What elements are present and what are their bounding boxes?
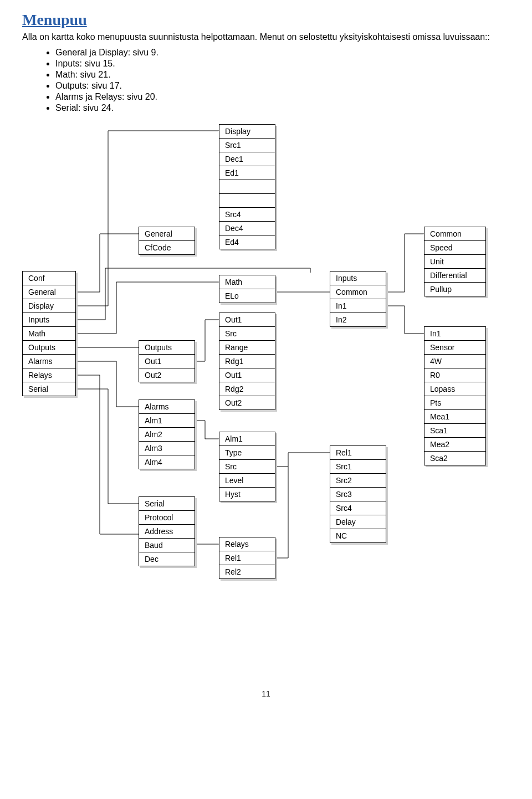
box-item: Src — [219, 327, 275, 341]
box-item: Dec1 — [219, 152, 275, 166]
box-title: Conf — [23, 272, 75, 285]
box-item: Relays — [23, 368, 75, 382]
box-item: Range — [219, 341, 275, 355]
box-item: Out1 — [139, 355, 195, 368]
box-item: Ed1 — [219, 166, 275, 180]
box-title: Common — [424, 227, 485, 241]
box-title: Alarms — [139, 400, 195, 414]
box-item: 4W — [424, 355, 485, 368]
bullet-item: General ja Display: sivu 9. — [55, 48, 510, 58]
box-item: Math — [23, 327, 75, 341]
box-item: Serial — [23, 382, 75, 396]
bullet-list: General ja Display: sivu 9. Inputs: sivu… — [22, 48, 510, 113]
box-title: Math — [219, 275, 275, 289]
box-item: Src1 — [219, 139, 275, 152]
box-title: Display — [219, 125, 275, 139]
box-item: Src4 — [219, 208, 275, 222]
box-general: General CfCode — [139, 227, 195, 255]
box-item: Pts — [424, 396, 485, 410]
box-item: Alm2 — [139, 428, 195, 442]
box-item: Address — [139, 525, 195, 539]
bullet-item: Serial: sivu 24. — [55, 103, 510, 113]
box-rel1: Rel1 Src1 Src2 Src3 Src4 Delay NC — [330, 445, 386, 543]
box-item: Differential — [424, 269, 485, 283]
bullet-item: Inputs: sivu 15. — [55, 59, 510, 69]
box-item: Rel1 — [219, 551, 275, 565]
box-inputs: Inputs Common In1 In2 — [330, 271, 386, 327]
box-title: Serial — [139, 497, 195, 511]
box-title: Outputs — [139, 341, 195, 355]
box-title: Alm1 — [219, 432, 275, 446]
box-item: Sensor — [424, 341, 485, 355]
bullet-item: Outputs: sivu 17. — [55, 81, 510, 91]
box-item: Pullup — [424, 283, 485, 296]
box-item: Baud — [139, 539, 195, 552]
box-serial: Serial Protocol Address Baud Dec — [139, 496, 195, 566]
box-title: In1 — [424, 327, 485, 341]
box-item: Ed4 — [219, 235, 275, 249]
box-item: Src1 — [330, 460, 386, 474]
box-item: Common — [330, 285, 386, 299]
box-item: Lopass — [424, 382, 485, 396]
box-item: Display — [23, 299, 75, 313]
box-outputs: Outputs Out1 Out2 — [139, 340, 195, 382]
box-item: General — [23, 285, 75, 299]
box-common: Common Speed Unit Differential Pullup — [424, 227, 486, 296]
box-title: Rel1 — [330, 446, 386, 460]
box-item: Rdg2 — [219, 382, 275, 396]
box-item: Dec4 — [219, 222, 275, 235]
box-item: Alm4 — [139, 455, 195, 469]
page-heading: Menupuu — [22, 11, 510, 29]
bullet-item: Alarms ja Relays: sivu 20. — [55, 92, 510, 102]
box-item: In2 — [330, 313, 386, 326]
box-item: Level — [219, 474, 275, 488]
box-item: R0 — [424, 368, 485, 382]
box-item: Src3 — [330, 488, 386, 501]
box-math: Math ELo — [219, 275, 275, 303]
box-item — [219, 194, 275, 208]
box-item: Alm3 — [139, 442, 195, 455]
box-item: Sca2 — [424, 452, 485, 465]
box-item: Rdg1 — [219, 355, 275, 368]
box-item: CfCode — [139, 241, 195, 254]
bullet-item: Math: sivu 21. — [55, 70, 510, 80]
page-number: 11 — [22, 689, 510, 698]
box-item: Rel2 — [219, 565, 275, 578]
box-out1: Out1 Src Range Rdg1 Out1 Rdg2 Out2 — [219, 313, 275, 410]
menu-tree-diagram: Display Src1 Dec1 Ed1 Src4 Dec4 Ed4 Gene… — [22, 124, 510, 678]
box-title: Relays — [219, 537, 275, 551]
box-item: In1 — [330, 299, 386, 313]
box-item: Mea2 — [424, 438, 485, 452]
box-item: Delay — [330, 515, 386, 529]
box-item: Src2 — [330, 474, 386, 488]
box-title: Inputs — [330, 272, 386, 285]
box-item: Src — [219, 460, 275, 474]
box-item: Hyst — [219, 488, 275, 501]
box-item: Type — [219, 446, 275, 460]
box-alm1: Alm1 Type Src Level Hyst — [219, 432, 275, 501]
box-item: Mea1 — [424, 410, 485, 424]
box-alarms: Alarms Alm1 Alm2 Alm3 Alm4 — [139, 400, 195, 469]
box-item: Out2 — [139, 368, 195, 382]
box-relays: Relays Rel1 Rel2 — [219, 537, 275, 579]
box-item: NC — [330, 529, 386, 542]
box-item: Alm1 — [139, 414, 195, 428]
box-item: Speed — [424, 241, 485, 255]
box-title: Out1 — [219, 313, 275, 327]
box-item: Inputs — [23, 313, 75, 327]
box-conf: Conf General Display Inputs Math Outputs… — [22, 271, 76, 396]
box-display: Display Src1 Dec1 Ed1 Src4 Dec4 Ed4 — [219, 124, 275, 249]
box-item: Outputs — [23, 341, 75, 355]
box-item: Protocol — [139, 511, 195, 525]
box-item: Alarms — [23, 355, 75, 368]
box-item: Unit — [424, 255, 485, 269]
box-item: Dec — [139, 552, 195, 566]
box-item: Out1 — [219, 368, 275, 382]
box-in1: In1 Sensor 4W R0 Lopass Pts Mea1 Sca1 Me… — [424, 326, 486, 465]
box-item: Sca1 — [424, 424, 485, 438]
box-item — [219, 180, 275, 194]
box-item: Src4 — [330, 501, 386, 515]
box-title: General — [139, 227, 195, 241]
box-item: ELo — [219, 289, 275, 303]
box-item: Out2 — [219, 396, 275, 409]
